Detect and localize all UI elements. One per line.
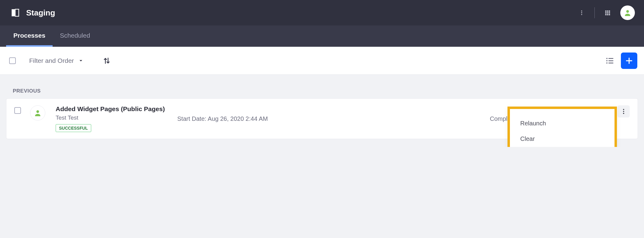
sort-button[interactable] — [102, 56, 112, 66]
row-actions-button[interactable] — [618, 105, 630, 117]
svg-point-4 — [581, 14, 582, 15]
page-title: Staging — [26, 8, 55, 18]
svg-rect-1 — [15, 9, 19, 16]
svg-point-24 — [623, 113, 624, 114]
svg-rect-20 — [608, 63, 613, 63]
svg-rect-16 — [608, 58, 613, 59]
svg-rect-18 — [608, 60, 613, 61]
tab-label: Scheduled — [60, 32, 90, 39]
dropdown-item-clear[interactable]: Clear — [510, 131, 615, 147]
user-avatar-button[interactable] — [620, 5, 635, 20]
tab-processes[interactable]: Processes — [6, 25, 53, 47]
tab-label: Processes — [13, 32, 45, 39]
row-actions: Relaunch Clear Summary — [618, 105, 630, 117]
row-subtitle: Test Test — [56, 114, 177, 121]
dropdown-item-summary[interactable]: Summary — [510, 147, 615, 147]
svg-rect-9 — [607, 12, 608, 13]
list-view-button[interactable] — [604, 55, 615, 66]
row-start-date: Start Date: Aug 26, 2020 2:44 AM — [177, 115, 490, 122]
svg-rect-5 — [605, 11, 607, 12]
svg-rect-0 — [12, 9, 15, 16]
row-checkbox[interactable] — [14, 107, 21, 114]
svg-point-22 — [623, 109, 624, 110]
svg-rect-11 — [605, 14, 607, 15]
status-badge: SUCCESSFUL — [56, 124, 91, 132]
sort-arrows-icon — [103, 57, 111, 65]
divider — [594, 7, 595, 18]
tab-bar: Processes Scheduled — [0, 25, 644, 47]
list-icon — [605, 56, 615, 65]
row-actions-dropdown: Relaunch Clear Summary — [507, 107, 617, 147]
row-avatar — [30, 105, 45, 121]
svg-point-23 — [623, 111, 624, 112]
user-icon — [34, 109, 42, 117]
caret-down-icon — [78, 58, 84, 63]
section-previous-label: PREVIOUS — [6, 83, 638, 98]
svg-rect-8 — [605, 12, 607, 13]
svg-rect-13 — [609, 14, 610, 15]
svg-point-17 — [606, 60, 608, 61]
row-main: Added Widget Pages (Public Pages) Test T… — [56, 105, 177, 132]
svg-point-2 — [581, 11, 582, 12]
top-actions — [577, 5, 635, 20]
row-title[interactable]: Added Widget Pages (Public Pages) — [56, 105, 177, 113]
add-button[interactable] — [621, 53, 637, 69]
svg-point-3 — [581, 12, 582, 13]
top-bar: Staging — [0, 0, 644, 25]
svg-point-14 — [626, 10, 629, 13]
svg-rect-6 — [607, 11, 608, 12]
filter-order-label: Filter and Order — [29, 57, 74, 64]
apps-grid-button[interactable] — [603, 8, 612, 18]
svg-rect-10 — [609, 12, 610, 13]
content-area: PREVIOUS Added Widget Pages (Public Page… — [0, 75, 644, 147]
process-row: Added Widget Pages (Public Pages) Test T… — [6, 98, 638, 139]
svg-point-15 — [606, 58, 608, 59]
svg-rect-12 — [607, 14, 608, 15]
select-all-checkbox[interactable] — [9, 57, 16, 64]
global-menu-button[interactable] — [577, 8, 587, 18]
plus-icon — [625, 56, 634, 65]
tab-scheduled[interactable]: Scheduled — [53, 25, 97, 47]
product-menu-icon[interactable] — [11, 8, 19, 17]
svg-rect-7 — [609, 11, 610, 12]
kebab-icon — [620, 108, 627, 115]
toolbar: Filter and Order — [0, 47, 644, 75]
svg-point-21 — [36, 110, 39, 113]
filter-order-button[interactable]: Filter and Order — [29, 57, 84, 64]
dropdown-item-relaunch[interactable]: Relaunch — [510, 116, 615, 131]
svg-point-19 — [606, 62, 608, 63]
